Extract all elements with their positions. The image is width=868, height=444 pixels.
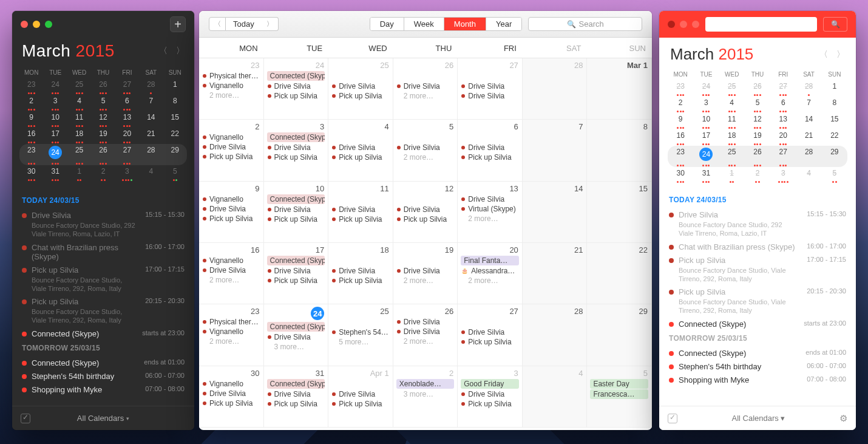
more-events-link[interactable]: 5 more… bbox=[332, 337, 389, 346]
agenda-item[interactable]: Drive SilviaBounce Factory Dance Studio,… bbox=[22, 208, 185, 241]
mini-day[interactable]: 30 bbox=[668, 167, 693, 183]
event[interactable]: Pick up Silvia bbox=[268, 152, 325, 162]
event[interactable]: Drive Silvia bbox=[268, 266, 325, 276]
mini-day[interactable]: 24 bbox=[693, 80, 719, 97]
mini-day[interactable]: 4 bbox=[719, 97, 745, 113]
mini-day[interactable]: 22 bbox=[163, 128, 187, 144]
mini-day[interactable]: 3 bbox=[43, 95, 67, 111]
event[interactable]: Drive Silvia bbox=[397, 327, 454, 336]
event[interactable]: Drive Silvia bbox=[332, 143, 389, 152]
mini-day[interactable]: 8 bbox=[822, 97, 847, 113]
event[interactable]: Vignanello bbox=[203, 327, 260, 336]
mini-day[interactable]: 6 bbox=[115, 95, 139, 111]
day-cell[interactable]: 28 bbox=[523, 58, 588, 120]
event[interactable]: Drive Silvia bbox=[332, 81, 389, 91]
event[interactable]: Drive Silvia bbox=[268, 81, 325, 91]
day-cell[interactable]: 25Drive SilviaPick up Silvia bbox=[328, 58, 393, 120]
event[interactable]: Drive Silvia bbox=[461, 91, 518, 101]
mini-day[interactable]: 21 bbox=[796, 129, 821, 146]
add-event-button[interactable]: + bbox=[170, 16, 186, 32]
mini-day[interactable]: 5 bbox=[91, 95, 115, 111]
reminders-toggle[interactable] bbox=[668, 414, 677, 423]
mini-day[interactable]: 26 bbox=[745, 80, 770, 97]
more-events-link[interactable]: 2 more… bbox=[203, 91, 260, 100]
mini-day[interactable]: 1 bbox=[67, 165, 91, 182]
mini-day[interactable]: 21 bbox=[139, 128, 163, 144]
mini-day[interactable]: 12 bbox=[91, 111, 115, 128]
event[interactable]: Xenoblade… bbox=[396, 379, 455, 389]
mini-day[interactable]: 27 bbox=[770, 146, 796, 167]
next-month-button[interactable]: 〉 bbox=[176, 46, 185, 56]
mini-day[interactable]: 11 bbox=[67, 111, 91, 128]
mini-day[interactable]: 9 bbox=[668, 113, 693, 129]
event[interactable]: Drive Silvia bbox=[203, 389, 260, 398]
mini-day[interactable]: 5 bbox=[163, 165, 187, 182]
zoom-icon[interactable] bbox=[692, 21, 699, 28]
day-cell[interactable]: Mar 1 bbox=[587, 58, 652, 120]
event[interactable]: Drive Silvia bbox=[397, 317, 454, 327]
mini-day[interactable]: 8 bbox=[163, 95, 187, 111]
agenda-item[interactable]: Pick up SilviaBounce Factory Dance Studi… bbox=[669, 253, 846, 285]
mini-day[interactable]: 2 bbox=[19, 95, 43, 111]
agenda-item[interactable]: Connected (Skype)ends at 01:00 bbox=[669, 346, 846, 360]
event[interactable]: Drive Silvia bbox=[268, 389, 325, 399]
day-cell[interactable]: 13Drive SilviaVirtual (Skype)2 more… bbox=[458, 182, 523, 243]
mini-day[interactable]: 10 bbox=[43, 111, 67, 128]
mini-day[interactable]: 26 bbox=[745, 146, 770, 167]
event[interactable]: Drive Silvia bbox=[268, 205, 325, 214]
next-button[interactable]: 〉 bbox=[262, 17, 279, 31]
reminders-toggle[interactable] bbox=[21, 414, 30, 423]
event[interactable]: Drive Silvia bbox=[397, 81, 454, 91]
event[interactable]: Connected (Skype) bbox=[267, 322, 325, 332]
view-month-button[interactable]: Month bbox=[444, 18, 486, 30]
mini-day[interactable]: 25 bbox=[67, 144, 91, 165]
event[interactable]: Drive Silvia bbox=[397, 205, 454, 214]
search-button[interactable]: 🔍 bbox=[823, 17, 847, 32]
event[interactable]: Good Friday bbox=[461, 379, 519, 389]
day-cell[interactable]: 23Physical ther…Vignanello2 more… bbox=[199, 58, 264, 120]
event[interactable]: Pick up Silvia bbox=[268, 91, 325, 101]
mini-day[interactable]: 20 bbox=[115, 128, 139, 144]
day-cell[interactable]: 20Final Fanta…🎂Alessandra…2 more… bbox=[458, 243, 523, 304]
mini-day[interactable]: 9 bbox=[19, 111, 43, 128]
event[interactable]: Drive Silvia bbox=[397, 143, 454, 152]
day-cell[interactable]: 19Drive Silvia2 more… bbox=[393, 243, 458, 304]
mini-day[interactable]: 23 bbox=[19, 144, 43, 165]
close-icon[interactable] bbox=[668, 21, 675, 28]
day-cell[interactable]: 4Drive SilviaPick up Silvia bbox=[328, 120, 393, 181]
mini-day[interactable]: 28 bbox=[796, 80, 821, 97]
event[interactable]: Easter Day bbox=[590, 379, 648, 389]
agenda-item[interactable]: Stephen's 54th birthday06:00 - 07:00 bbox=[669, 360, 846, 373]
view-day-button[interactable]: Day bbox=[370, 18, 404, 30]
mini-day[interactable]: 16 bbox=[19, 128, 43, 144]
mini-day[interactable]: 31 bbox=[693, 167, 719, 183]
event[interactable]: Drive Silvia bbox=[461, 389, 518, 399]
view-week-button[interactable]: Week bbox=[404, 18, 444, 30]
event[interactable]: Drive Silvia bbox=[332, 266, 389, 276]
mini-day[interactable]: 2 bbox=[91, 165, 115, 182]
more-events-link[interactable]: 2 more… bbox=[397, 152, 454, 162]
day-cell[interactable]: 5Easter DayFrancesca… bbox=[587, 366, 652, 428]
mini-day[interactable]: 11 bbox=[719, 113, 745, 129]
mini-day[interactable]: 1 bbox=[719, 167, 745, 183]
mini-day[interactable]: 25 bbox=[719, 80, 745, 97]
mini-day[interactable]: 2 bbox=[745, 167, 770, 183]
mini-day[interactable]: 27 bbox=[770, 80, 796, 97]
mini-day[interactable]: 18 bbox=[719, 129, 745, 146]
day-cell[interactable]: 3Connected (Skype)Drive SilviaPick up Si… bbox=[264, 120, 329, 181]
next-month-button[interactable]: 〉 bbox=[836, 49, 845, 60]
event[interactable]: Drive Silvia bbox=[397, 266, 454, 276]
day-cell[interactable]: 24Connected (Skype)Drive SilviaPick up S… bbox=[264, 58, 329, 120]
event[interactable]: Drive Silvia bbox=[268, 143, 325, 152]
event[interactable]: Vignanello bbox=[203, 256, 260, 265]
day-cell[interactable]: 26Drive SilviaDrive Silvia2 more… bbox=[393, 304, 458, 366]
day-cell[interactable]: 7 bbox=[523, 120, 588, 181]
event[interactable]: Connected (Skype) bbox=[267, 256, 325, 265]
day-cell[interactable]: 11Drive SilviaPick up Silvia bbox=[328, 182, 393, 243]
mini-day[interactable]: 20 bbox=[770, 129, 796, 146]
agenda-item[interactable]: Stephen's 54th birthday06:00 - 07:00 bbox=[22, 369, 185, 383]
mini-day[interactable]: 23 bbox=[668, 80, 693, 97]
mini-day[interactable]: 15 bbox=[822, 113, 847, 129]
mini-day[interactable]: 24 bbox=[43, 78, 67, 95]
event[interactable]: Pick up Silvia bbox=[397, 214, 454, 224]
